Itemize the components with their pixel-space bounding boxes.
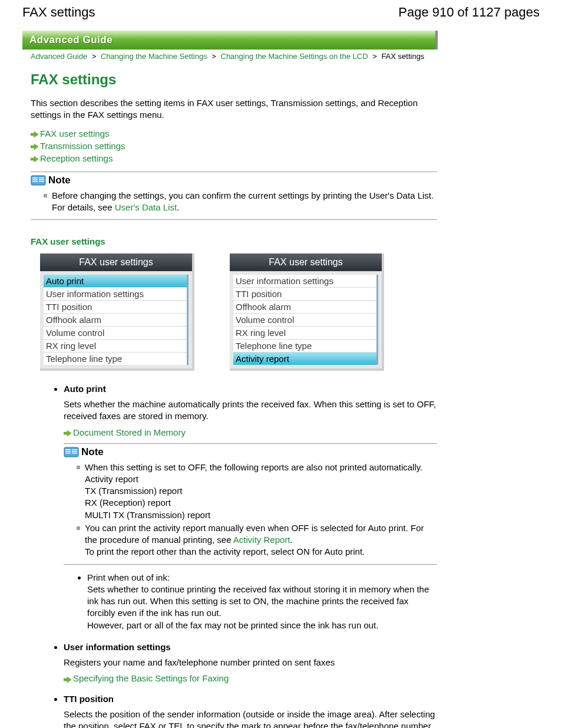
note-item: You can print the activity report manual… bbox=[77, 522, 437, 558]
svg-rect-15 bbox=[72, 449, 77, 450]
lcd-item: Telephone line type bbox=[233, 340, 376, 353]
svg-rect-13 bbox=[65, 451, 71, 452]
breadcrumb-link-2[interactable]: Changing the Machine Settings on the LCD bbox=[221, 52, 368, 61]
svg-rect-11 bbox=[64, 447, 78, 457]
svg-rect-3 bbox=[31, 176, 45, 185]
svg-marker-1 bbox=[31, 144, 38, 150]
lcd-item: Activity report bbox=[233, 353, 376, 365]
lcd-item: TTI position bbox=[233, 288, 376, 301]
arrow-right-icon bbox=[31, 142, 39, 149]
note-item: Before changing the settings, you can co… bbox=[44, 190, 437, 214]
breadcrumb: Advanced Guide > Changing the Machine Se… bbox=[31, 52, 540, 61]
subitem-desc: Sets whether to continue printing the re… bbox=[87, 584, 437, 620]
breadcrumb-current: FAX settings bbox=[381, 52, 424, 61]
note-text-after: . bbox=[290, 535, 293, 545]
note-text-after: . bbox=[177, 202, 179, 212]
svg-rect-14 bbox=[65, 453, 71, 454]
lcd-item: Volume control bbox=[233, 314, 376, 327]
item-title: User information settings bbox=[64, 642, 437, 652]
report-line: Activity report bbox=[85, 473, 437, 485]
svg-rect-5 bbox=[32, 179, 38, 180]
page-header-title: FAX settings bbox=[22, 5, 95, 20]
svg-rect-6 bbox=[32, 181, 38, 182]
page-counter: Page 910 of 1127 pages bbox=[398, 5, 540, 20]
svg-rect-8 bbox=[39, 179, 44, 180]
banner-text: Advanced Guide bbox=[29, 34, 113, 46]
note-item: When this setting is set to OFF, the fol… bbox=[77, 462, 437, 521]
lcd-item: RX ring level bbox=[233, 327, 376, 340]
svg-marker-10 bbox=[64, 430, 71, 436]
section-title-fax-user-settings: FAX user settings bbox=[31, 236, 437, 246]
lcd-item: User information settings bbox=[44, 288, 187, 301]
note-box-auto-print: Note When this setting is set to OFF, th… bbox=[64, 443, 437, 565]
svg-marker-18 bbox=[64, 677, 71, 683]
link-specifying-basic-settings-faxing[interactable]: Specifying the Basic Settings for Faxing bbox=[73, 673, 229, 683]
breadcrumb-link-0[interactable]: Advanced Guide bbox=[31, 52, 87, 61]
subitem-extra: However, part or all of the fax may not … bbox=[87, 620, 437, 631]
svg-rect-4 bbox=[32, 177, 38, 179]
link-activity-report[interactable]: Activity Report bbox=[233, 535, 290, 545]
link-transmission-settings[interactable]: Transmission settings bbox=[40, 141, 125, 151]
note-text-extra: To print the report other than the activ… bbox=[85, 546, 437, 558]
arrow-right-icon bbox=[31, 130, 39, 137]
subitem-title: Print when out of ink: bbox=[87, 572, 170, 582]
breadcrumb-sep: > bbox=[211, 52, 216, 61]
lcd-item: User information settings bbox=[233, 275, 376, 288]
report-line: RX (Reception) report bbox=[85, 497, 437, 509]
report-line: MULTI TX (Transmission) report bbox=[85, 509, 437, 521]
link-reception-settings[interactable]: Reception settings bbox=[40, 153, 113, 163]
svg-rect-12 bbox=[65, 449, 71, 450]
lcd-item: Auto print bbox=[44, 275, 187, 288]
item-title: TTI position bbox=[64, 694, 437, 704]
item-title: Auto print bbox=[64, 384, 437, 394]
page-title: FAX settings bbox=[31, 71, 437, 88]
lcd-item: Offhook alarm bbox=[233, 301, 376, 314]
svg-rect-16 bbox=[72, 451, 77, 452]
lcd-item: TTI position bbox=[44, 301, 187, 314]
svg-rect-17 bbox=[72, 453, 77, 454]
banner-advanced-guide: Advanced Guide bbox=[22, 31, 438, 50]
note-icon bbox=[31, 175, 46, 186]
svg-marker-2 bbox=[31, 156, 38, 162]
lcd-title: FAX user settings bbox=[230, 253, 382, 271]
arrow-right-icon bbox=[64, 675, 72, 682]
item-desc: Registers your name and fax/telephone nu… bbox=[64, 657, 437, 668]
note-text: When this setting is set to OFF, the fol… bbox=[85, 462, 422, 472]
svg-rect-9 bbox=[39, 181, 44, 182]
subitem-print-when-out-of-ink: Print when out of ink: Sets whether to c… bbox=[87, 572, 437, 631]
lcd-item: RX ring level bbox=[44, 340, 187, 353]
lcd-panel-left: FAX user settings Auto printUser informa… bbox=[40, 253, 194, 371]
item-user-information-settings: User information settings Registers your… bbox=[64, 642, 437, 683]
breadcrumb-link-1[interactable]: Changing the Machine Settings bbox=[101, 52, 207, 61]
item-tti-position: TTI position Selects the position of the… bbox=[64, 694, 437, 728]
svg-marker-0 bbox=[31, 131, 38, 137]
lcd-item: Volume control bbox=[44, 327, 187, 340]
link-fax-user-settings[interactable]: FAX user settings bbox=[40, 129, 110, 139]
item-desc: Selects the position of the sender infor… bbox=[64, 709, 437, 728]
lcd-title: FAX user settings bbox=[40, 253, 192, 271]
svg-rect-7 bbox=[39, 177, 44, 179]
note-title: Note bbox=[81, 446, 104, 458]
breadcrumb-sep: > bbox=[92, 52, 97, 61]
breadcrumb-sep: > bbox=[372, 52, 377, 61]
arrow-right-icon bbox=[64, 429, 72, 436]
arrow-right-icon bbox=[31, 154, 39, 162]
lcd-item: Offhook alarm bbox=[44, 314, 187, 327]
lcd-item: Telephone line type bbox=[44, 353, 187, 365]
intro-text: This section describes the setting items… bbox=[31, 97, 437, 121]
note-title: Note bbox=[48, 174, 71, 186]
lcd-panel-right: FAX user settings User information setti… bbox=[230, 253, 384, 371]
note-box-top: Note Before changing the settings, you c… bbox=[31, 172, 437, 220]
note-icon bbox=[64, 447, 79, 457]
item-desc: Sets whether the machine automatically p… bbox=[64, 398, 437, 423]
item-auto-print: Auto print Sets whether the machine auto… bbox=[64, 384, 437, 631]
note-text: Before changing the settings, you can co… bbox=[52, 190, 434, 212]
report-line: TX (Transmission) report bbox=[85, 485, 437, 497]
link-document-stored-in-memory[interactable]: Document Stored in Memory bbox=[73, 427, 186, 437]
link-users-data-list[interactable]: User's Data List bbox=[115, 202, 177, 212]
